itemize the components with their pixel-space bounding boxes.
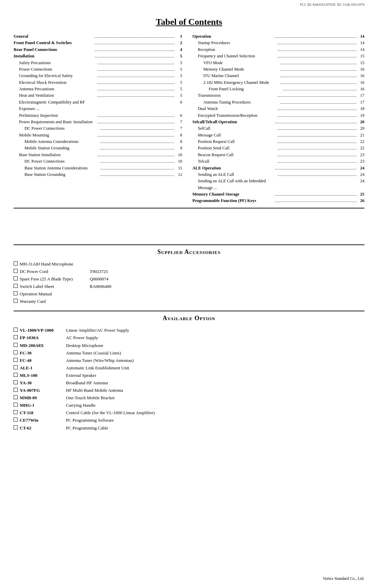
toc-dots	[100, 176, 174, 176]
option-description: Control Cable (for the VL-1000 Linear Am…	[66, 409, 155, 417]
toc-entry-title: Message Call	[198, 132, 277, 139]
checkbox-icon	[14, 261, 18, 265]
toc-entry-page: 5	[175, 92, 182, 99]
toc-dots	[283, 90, 357, 90]
toc-entry-page: 21	[358, 132, 364, 139]
toc-entry-page: 14	[358, 40, 364, 46]
toc-entry: Programmable Function (PF) Keys26	[192, 198, 364, 204]
toc-entry: Reception14	[192, 47, 364, 53]
toc-dots	[97, 116, 174, 117]
toc-entry-title: Position Request Call	[198, 139, 277, 145]
toc-entry: Power Requirements and Basic Installatio…	[14, 119, 182, 125]
accessories-title: Supplied Accessories	[14, 249, 364, 256]
toc-entry: Electrical Shock Prevention5	[14, 79, 182, 86]
toc-entry: Base Station Grounding12	[14, 171, 182, 178]
option-item: CT-62PC Programming Cable	[14, 424, 364, 432]
toc-dots	[278, 44, 357, 44]
toc-entry-title: ITU Marine Channel	[203, 73, 279, 79]
accessory-name: Operation Manual	[20, 290, 88, 298]
toc-entry-page: 5	[175, 66, 182, 73]
option-item: MD-200A8XDesktop Microphone	[14, 342, 364, 349]
toc-entry: Position Send Call22	[192, 145, 364, 151]
page-title: Tabel of Contents	[14, 17, 364, 27]
checkbox-icon	[14, 418, 18, 422]
option-description: One-Touch Mobile Bracket	[66, 394, 115, 402]
toc-dots	[278, 110, 357, 110]
option-item: YA-30Broadband HF Antenna	[14, 379, 364, 387]
option-description: AC Power Supply	[66, 334, 98, 342]
toc-entry-title: DC Power Connections	[24, 125, 99, 132]
checkbox-icon	[14, 350, 18, 354]
option-item: CE77WinPC Programming Software	[14, 417, 364, 424]
option-description: Linear Amplifier/AC Power Supply	[66, 327, 129, 334]
toc-entry-title: Reception	[198, 47, 277, 53]
toc-entry-title: Power Connections	[19, 66, 96, 73]
available-option-section: Available Option VL-1000/VP-1000Linear A…	[14, 315, 364, 431]
toc-entry-page: 22	[358, 139, 364, 145]
toc-entry-title: Electrical Shock Prevention	[19, 79, 96, 86]
toc-dots	[100, 149, 174, 149]
toc-entry: ALE Operation24	[192, 165, 364, 171]
accessory-item: DC Power CordT9023725	[14, 268, 364, 275]
toc-entry-title: Memory Channel Mode	[203, 66, 279, 73]
toc-entry-title: Encrypted Transmission/Reception	[198, 112, 277, 119]
toc-entry-title: Telcall	[198, 158, 277, 165]
toc-entry-page: 25	[358, 191, 364, 198]
options-title: Available Option	[14, 315, 364, 322]
toc-entry-title: Power Requirements and Basic Installatio…	[19, 119, 96, 125]
toc-right-column: Operation14Startup Procedures14Reception…	[189, 33, 364, 204]
toc-dots	[97, 84, 174, 84]
accessory-item: Switch Label SheetRA0696400	[14, 283, 364, 290]
toc-entry: Sending an ALE Call with an Imbedded Mes…	[192, 178, 364, 191]
accessory-item: Operation Manual	[14, 290, 364, 298]
toc-dots	[97, 136, 174, 136]
option-name: VL-1000/VP-1000	[20, 327, 64, 334]
toc-entry: Encrypted Transmission/Reception19	[192, 112, 364, 119]
toc-dots	[94, 57, 174, 57]
toc-entry-page: 15	[358, 53, 364, 59]
toc-dots	[278, 149, 357, 149]
accessory-name: MH-31A8J Hand Microphone	[20, 260, 88, 268]
accessory-name: Warranty Card	[20, 298, 88, 305]
toc-entry-title: VFO Mode	[203, 60, 279, 66]
accessory-name: DC Power Cord	[20, 268, 88, 275]
toc-dots	[280, 70, 357, 71]
option-name: MMB-89	[20, 394, 64, 402]
toc-entry: Operation14	[192, 33, 364, 40]
option-description: PC Programming Software	[66, 417, 114, 424]
option-name: CT-62	[20, 424, 64, 432]
accessories-divider-bottom	[14, 311, 364, 311]
option-description: Desktop Microphone	[66, 342, 103, 349]
toc-dots	[280, 77, 357, 77]
checkbox-icon	[14, 388, 18, 392]
toc-dots	[100, 162, 174, 163]
toc-entry-page: 5	[175, 79, 182, 86]
toc-entry: Telcall23	[192, 158, 364, 165]
option-description: Antenna Tuner (Coaxial Lines)	[66, 349, 121, 357]
toc-entry: Front Panel Locking16	[192, 86, 364, 92]
option-description: Carrying Handle	[66, 402, 96, 409]
option-name: FP-1030A	[20, 334, 64, 342]
option-item: MMB-89One-Touch Mobile Bracket	[14, 394, 364, 402]
toc-entry-page: 15	[358, 60, 364, 66]
toc-entry-title: Antenna Precautions	[19, 86, 96, 92]
toc-entry-page: 7	[175, 125, 182, 132]
toc-entry-title: Grounding for Electrical Safety	[19, 73, 96, 79]
toc-dots	[97, 96, 174, 97]
option-description: PC Programming Cable	[66, 424, 108, 432]
option-item: FC-40Antenna Tuner (Wire/Whip Antennas)	[14, 357, 364, 364]
toc-entry-page: 24	[358, 165, 364, 171]
toc-entry: Startup Procedures14	[192, 40, 364, 46]
checkbox-icon	[14, 380, 18, 384]
option-name: CT-118	[20, 409, 64, 417]
checkbox-icon	[14, 276, 18, 280]
option-name: MD-200A8X	[20, 342, 64, 349]
toc-dots	[278, 176, 357, 176]
toc-entry: VFO Mode15	[192, 60, 364, 66]
toc-entry: Rear Panel Connections4	[14, 47, 182, 53]
accessory-item: Spare Fuse (25 A Blade Type)Q0000074	[14, 275, 364, 283]
supplied-accessories-section: Supplied Accessories MH-31A8J Hand Micro…	[14, 249, 364, 306]
checkbox-icon	[14, 395, 18, 399]
toc-entry-page: 2	[175, 40, 182, 46]
accessory-item: MH-31A8J Hand Microphone	[14, 260, 364, 268]
